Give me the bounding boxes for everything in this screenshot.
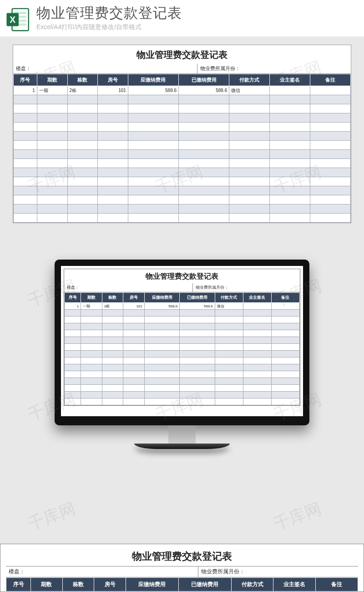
table-cell [180,378,215,385]
table-cell [310,186,351,195]
table-cell [243,371,271,378]
table-cell [123,351,145,357]
table-cell [123,330,145,337]
table-cell [67,122,98,132]
table-cell [270,122,310,132]
table-cell [243,357,271,364]
svg-text:X: X [10,15,15,25]
table-cell [123,323,145,330]
column-header: 应缴纳费用 [144,293,180,303]
table-cell [179,141,229,150]
table-cell [271,385,299,392]
table-cell [123,385,145,392]
table-cell [102,371,123,378]
table-cell [144,330,180,337]
table-cell [102,323,123,330]
table-cell [271,398,299,405]
table-cell [123,392,145,398]
table-cell [271,310,299,316]
table-cell [270,177,310,186]
sheet-table-bottom: 序号期数栋数房号应缴纳费用已缴纳费用付款方式业主签名备注 [6,577,358,592]
table-cell [180,392,215,398]
table-cell [14,104,37,113]
table-row [14,150,351,159]
table-cell [144,351,180,357]
table-cell [67,113,98,122]
table-cell [243,392,271,398]
table-cell [123,378,145,385]
table-row [14,195,351,204]
watermark: 千库网 [271,498,324,536]
column-header: 已缴纳费用 [179,74,229,86]
table-cell [128,122,178,132]
table-cell [271,392,299,398]
table-cell [65,385,81,392]
table-cell [65,337,81,344]
column-header: 已缴纳费用 [180,293,215,303]
table-cell [180,351,215,357]
table-cell [243,344,271,351]
table-cell [37,95,67,104]
table-cell [98,141,128,150]
table-cell: 一期 [37,86,67,95]
spreadsheet-preview: 物业管理费交款登记表 楼盘： 物业费所属月份： 序号期数栋数房号应缴纳费用已缴纳… [13,45,351,223]
table-cell [144,364,180,371]
table-cell [270,113,310,122]
monitor-screen: 物业管理费交款登记表 楼盘： 物业费所属月份： 序号期数栋数房号应缴纳费用已缴纳… [61,266,303,416]
table-cell [98,159,128,168]
table-cell [37,214,67,223]
table-cell [179,113,229,122]
table-cell [37,177,67,186]
monitor-neck [168,425,196,444]
table-cell [98,150,128,159]
table-cell [14,122,37,132]
table-cell [229,214,270,223]
table-row [14,186,351,195]
table-cell [215,398,243,405]
table-cell [81,337,102,344]
table-cell [271,351,299,357]
table-cell [179,177,229,186]
table-cell [179,159,229,168]
table-cell [215,323,243,330]
table-cell [310,159,351,168]
table-cell [215,385,243,392]
table-cell [37,113,67,122]
table-cell [102,378,123,385]
table-cell [271,323,299,330]
table-cell [65,351,81,357]
table-cell [37,168,67,177]
table-cell [243,316,271,323]
table-cell [67,159,98,168]
table-cell [81,330,102,337]
table-cell [271,378,299,385]
column-header: 备注 [316,578,358,592]
table-cell [229,195,270,204]
table-cell [102,316,123,323]
column-header: 备注 [310,74,351,86]
table-cell [229,104,270,113]
table-cell [128,104,178,113]
table-cell [14,177,37,186]
table-cell [67,186,98,195]
table-cell [310,214,351,223]
table-cell [128,150,178,159]
table-cell [102,330,123,337]
table-cell [229,168,270,177]
table-row [65,371,300,378]
table-row [14,204,351,214]
monitor-bezel: 物业管理费交款登记表 楼盘： 物业费所属月份： 序号期数栋数房号应缴纳费用已缴纳… [55,260,309,425]
table-cell [98,113,128,122]
table-cell [144,316,180,323]
table-cell [144,378,180,385]
subhead-left: 楼盘： [13,64,197,73]
column-header: 业主签名 [270,74,310,86]
table-cell [271,316,299,323]
table-cell [37,132,67,141]
sheet-title: 物业管理费交款登记表 [13,45,351,64]
table-cell [180,316,215,323]
table-cell [98,204,128,214]
column-header: 房号 [94,578,126,592]
table-cell [144,323,180,330]
table-cell [270,95,310,104]
